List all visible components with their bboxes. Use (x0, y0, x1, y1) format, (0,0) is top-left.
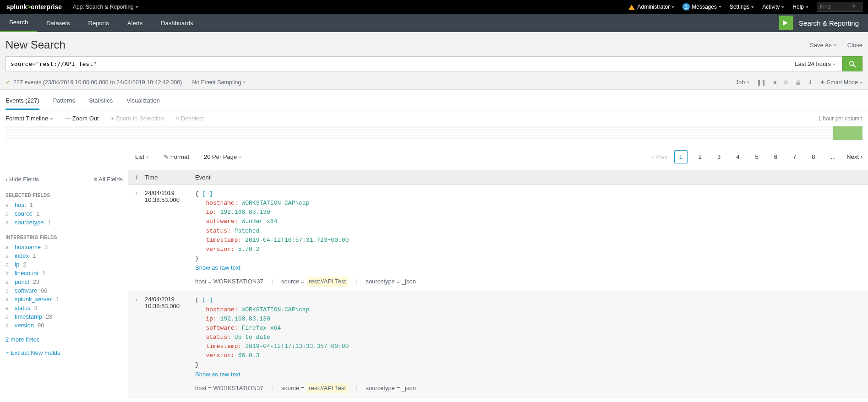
page-7[interactable]: 7 (788, 151, 801, 163)
event-row: ›24/04/201910:38:53.000{ [-] hostname: W… (128, 185, 868, 291)
field-row-host[interactable]: ahost1 (5, 201, 123, 209)
page-1[interactable]: 1 (674, 150, 688, 163)
all-fields-button[interactable]: ≡ All Fields (94, 176, 123, 183)
field-row-software[interactable]: asoftware66 (5, 286, 123, 295)
meta-source[interactable]: source = rest://API Test (281, 383, 348, 393)
field-name[interactable]: index (15, 252, 29, 259)
more-fields-link[interactable]: 2 more fields (5, 336, 123, 343)
show-raw-link[interactable]: Show as raw text (195, 371, 240, 378)
field-row-version[interactable]: aversion90 (5, 321, 123, 330)
field-name[interactable]: ip (15, 261, 19, 268)
event-body[interactable]: { [-] hostname: WORKSTATION-CAP\cap ip: … (195, 296, 868, 393)
share-button[interactable]: ⧉ (784, 79, 788, 86)
field-row-punct[interactable]: apunct23 (5, 277, 123, 286)
chevron-down-icon (671, 6, 674, 8)
field-name[interactable]: hostname (15, 244, 41, 250)
page-6[interactable]: 6 (770, 151, 782, 163)
col-time[interactable]: Time (145, 170, 195, 185)
field-row-sourcetype[interactable]: asourcetype1 (5, 218, 123, 227)
time-range-picker[interactable]: Last 24 hours (788, 56, 842, 71)
logo-enterprise: enterprise (31, 3, 62, 11)
field-row-timestamp[interactable]: atimestamp28 (5, 312, 123, 321)
save-as-button[interactable]: Save As (810, 42, 836, 49)
meta-sourcetype[interactable]: sourcetype = _json (366, 384, 415, 393)
print-button[interactable]: 🖨 (795, 79, 801, 86)
field-name[interactable]: source (15, 210, 33, 217)
logo-splunk: splunk (6, 3, 27, 11)
tab-visualization[interactable]: Visualization (126, 92, 160, 110)
field-name[interactable]: version (15, 322, 34, 329)
field-name[interactable]: splunk_server (15, 296, 52, 303)
format-dropdown[interactable]: ✎ Format (164, 153, 189, 160)
stop-button[interactable]: ■ (773, 79, 776, 86)
find-input[interactable] (817, 4, 851, 10)
app-menu[interactable]: App: Search & Reporting (68, 4, 138, 10)
field-row-status[interactable]: astatus3 (5, 304, 123, 312)
nav-datasets[interactable]: Datasets (37, 14, 79, 32)
field-row-hostname[interactable]: ahostname3 (5, 243, 123, 251)
admin-menu[interactable]: Administrator (628, 4, 675, 10)
field-row-linecount[interactable]: #linecount1 (5, 269, 123, 277)
field-count: 1 (48, 219, 51, 226)
next-page[interactable]: Next › (846, 153, 863, 160)
page-4[interactable]: 4 (732, 151, 744, 163)
export-button[interactable]: ⬇ (808, 79, 813, 86)
format-timeline[interactable]: Format Timeline (5, 115, 53, 122)
timeline-chart[interactable] (5, 126, 863, 140)
field-name[interactable]: timestamp (15, 313, 42, 320)
tab-statistics[interactable]: Statistics (89, 92, 113, 110)
field-name[interactable]: host (15, 201, 26, 208)
nav-dashboards[interactable]: Dashboards (152, 14, 202, 32)
nav-search[interactable]: Search (0, 14, 37, 32)
search-mode[interactable]: ✦ Smart Mode (820, 79, 863, 86)
logo[interactable]: splunk>enterprise (0, 3, 68, 11)
nav-reports[interactable]: Reports (79, 14, 119, 32)
close-button[interactable]: Close (847, 42, 863, 49)
collapse-toggle[interactable]: [-] (202, 297, 213, 304)
collapse-toggle[interactable]: [-] (202, 190, 213, 197)
field-name[interactable]: punct (15, 278, 29, 285)
page-5[interactable]: 5 (751, 151, 763, 163)
field-type-icon: a (5, 305, 11, 311)
show-raw-link[interactable]: Show as raw text (195, 264, 240, 271)
tab-events[interactable]: Events (227) (5, 92, 39, 110)
nav-alerts[interactable]: Alerts (118, 14, 152, 32)
search-button[interactable] (842, 56, 863, 71)
field-row-index[interactable]: aindex1 (5, 251, 123, 260)
field-name[interactable]: linecount (15, 270, 38, 277)
find-box[interactable] (817, 2, 863, 12)
field-name[interactable]: status (15, 304, 31, 311)
field-row-ip[interactable]: aip2 (5, 260, 123, 269)
messages-menu[interactable]: 2Messages (682, 3, 721, 11)
page-2[interactable]: 2 (694, 151, 706, 163)
tab-patterns[interactable]: Patterns (53, 92, 75, 110)
event-body[interactable]: { [-] hostname: WORKSTATION-CAP\cap ip: … (195, 190, 868, 287)
meta-source[interactable]: source = rest://API Test (281, 277, 348, 287)
page-8[interactable]: 8 (807, 151, 819, 163)
meta-host[interactable]: host = WORKSTATION37 (195, 384, 263, 393)
meta-host[interactable]: host = WORKSTATION37 (195, 277, 263, 286)
activity-menu[interactable]: Activity (762, 4, 784, 10)
job-menu[interactable]: Job (736, 79, 749, 86)
hide-fields-button[interactable]: ‹ Hide Fields (5, 176, 39, 183)
help-menu[interactable]: Help (792, 4, 808, 10)
page-header: New Search Save As Close (0, 32, 868, 56)
page-3[interactable]: 3 (713, 151, 725, 163)
expand-event-button[interactable]: › (128, 296, 145, 393)
field-name[interactable]: sourcetype (15, 219, 44, 226)
meta-sourcetype[interactable]: sourcetype = _json (366, 277, 415, 286)
extract-fields-link[interactable]: + Extract New Fields (5, 349, 123, 356)
field-row-splunk_server[interactable]: asplunk_server1 (5, 295, 123, 304)
search-input[interactable] (5, 56, 788, 71)
per-page-dropdown[interactable]: 20 Per Page (204, 153, 241, 160)
expand-event-button[interactable]: › (128, 190, 145, 287)
event-time[interactable]: 24/04/201910:38:53.000 (145, 190, 195, 287)
event-time[interactable]: 24/04/201910:38:53.000 (145, 296, 195, 393)
field-row-source[interactable]: asource1 (5, 209, 123, 218)
settings-menu[interactable]: Settings (730, 4, 754, 10)
pause-button[interactable]: ❚❚ (757, 79, 766, 86)
list-view-dropdown[interactable]: List (135, 153, 149, 160)
zoom-out-button[interactable]: — Zoom Out (65, 115, 98, 122)
event-sampling[interactable]: No Event Sampling (192, 79, 246, 86)
field-name[interactable]: software (15, 287, 37, 294)
